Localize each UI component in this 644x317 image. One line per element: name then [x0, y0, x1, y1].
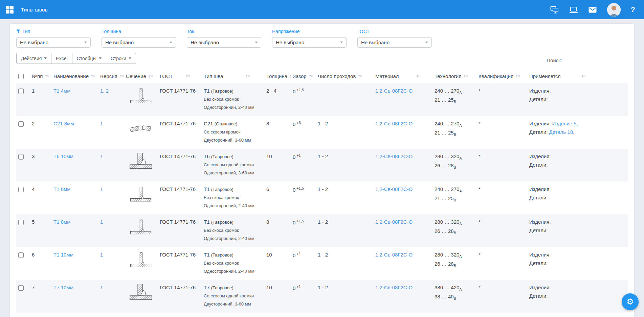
seam-code: Т1: [204, 219, 210, 225]
select-all-checkbox[interactable]: [18, 74, 24, 79]
content-card: Тип Не выбрано Толщина Не выбрано Ток Не…: [10, 24, 634, 317]
row-checkbox[interactable]: [18, 285, 24, 291]
actions-button[interactable]: Действия: [16, 53, 51, 64]
tech-current-unit: А: [459, 91, 462, 95]
sort-icon[interactable]: [185, 74, 190, 79]
gap-value: 0: [293, 187, 295, 193]
columns-button[interactable]: Столбцы: [72, 53, 106, 64]
sort-icon[interactable]: [289, 74, 291, 79]
seam-desc-2: Односторонний, 2-40 мм: [204, 236, 262, 241]
thickness-value: 8: [266, 121, 269, 126]
gap-value: 0: [293, 89, 295, 94]
help-icon[interactable]: ?: [631, 5, 635, 14]
filter-type-select[interactable]: Не выбрано: [16, 37, 91, 48]
search-label: Поиск:: [547, 57, 562, 63]
filter-current-select[interactable]: Не выбрано: [187, 37, 261, 48]
laptop-icon[interactable]: [569, 6, 578, 14]
version-link[interactable]: 1: [100, 121, 103, 126]
excel-button[interactable]: Excel: [51, 53, 72, 64]
settings-fab-button[interactable]: ⚙: [622, 293, 639, 310]
details-label: Детали:: [529, 293, 548, 299]
sort-icon[interactable]: [309, 74, 313, 79]
row-checkbox[interactable]: [18, 187, 24, 192]
tech-current-unit: А: [459, 287, 462, 291]
seam-name-link[interactable]: Т6 10мм: [53, 153, 73, 159]
product-link[interactable]: Изделие 5,: [552, 121, 578, 126]
version-link[interactable]: 1: [100, 285, 103, 290]
row-checkbox[interactable]: [18, 252, 24, 258]
chevron-down-icon: [425, 42, 428, 43]
sort-icon[interactable]: [515, 74, 520, 79]
search-input[interactable]: [565, 56, 628, 63]
screens-icon[interactable]: [550, 6, 559, 14]
version-link[interactable]: 1: [100, 186, 103, 192]
filter-thickness-select[interactable]: Не выбрано: [102, 37, 176, 48]
material-link[interactable]: 1,2-Св-08Г2С-О: [375, 252, 413, 258]
sort-icon[interactable]: [581, 74, 586, 79]
tech-current-unit: А: [459, 222, 462, 226]
material-link[interactable]: 1,2-Св-08Г2С-О: [375, 186, 413, 192]
products-label: Изделия:: [529, 219, 551, 225]
tech-current-unit: А: [459, 254, 462, 259]
weld-section-diagram: [129, 283, 153, 302]
sort-icon[interactable]: [148, 74, 153, 79]
version-link[interactable]: 1: [100, 252, 103, 258]
sort-icon[interactable]: [358, 74, 362, 79]
seam-kind: (Тавровое): [211, 252, 234, 258]
version-link[interactable]: 1: [100, 219, 103, 225]
gap-tolerance: +1,5: [296, 219, 304, 223]
filter-bar: Тип Не выбрано Толщина Не выбрано Ток Не…: [16, 28, 628, 48]
filter-voltage-select[interactable]: Не выбрано: [272, 37, 347, 48]
rows-button[interactable]: Строки: [106, 53, 136, 64]
seam-code: С21: [204, 121, 213, 126]
version-link[interactable]: 1, 2: [100, 88, 109, 94]
sort-icon[interactable]: [245, 74, 250, 79]
tech-current-unit: А: [459, 189, 462, 193]
avatar[interactable]: [607, 3, 621, 17]
seam-name-link[interactable]: Т1 4мм: [53, 88, 71, 94]
table-row: 3 Т6 10мм 1 ГОСТ 14771-76 Т6 (Тавровое) …: [16, 149, 628, 181]
seam-name-link[interactable]: Т1 6мм: [53, 186, 71, 192]
sort-icon[interactable]: [463, 74, 468, 79]
sort-icon[interactable]: [119, 74, 124, 79]
tech-current: 240 … 270: [435, 186, 459, 192]
sort-icon[interactable]: [45, 74, 49, 79]
col-header-section: Сечение: [126, 73, 146, 79]
tech-voltage: 21 … 25: [435, 195, 454, 201]
seams-table: №пп Наименование Версия Сечение ГОСТ Тип…: [16, 69, 628, 313]
apps-grid-icon[interactable]: [6, 6, 14, 14]
tech-current-unit: А: [459, 123, 462, 127]
seam-code: Т1: [204, 252, 210, 258]
detail-link[interactable]: Деталь 18,: [549, 129, 575, 135]
version-link[interactable]: 1: [100, 153, 103, 159]
material-link[interactable]: 1,2-Св-08Г2С-О: [375, 153, 413, 159]
row-checkbox[interactable]: [18, 89, 24, 94]
row-checkbox[interactable]: [18, 121, 24, 127]
gost-value: ГОСТ 14771-76: [160, 186, 196, 192]
passes-value: 1 - 2: [318, 219, 328, 225]
mail-icon[interactable]: [588, 6, 597, 14]
seam-name-link[interactable]: Т1 10мм: [53, 252, 73, 258]
filter-thickness-label: Толщина: [102, 29, 121, 34]
material-link[interactable]: 1,2-Св-08Г2С-О: [375, 219, 413, 225]
qualification-value: *: [479, 153, 481, 159]
seam-code: Т7: [204, 285, 210, 290]
row-checkbox[interactable]: [18, 154, 24, 160]
col-header-version: Версия: [100, 73, 117, 79]
seam-name-link[interactable]: С21 8мм: [53, 121, 74, 126]
seam-name-link[interactable]: Т1 8мм: [53, 219, 71, 225]
col-header-material: Материал: [375, 73, 399, 79]
material-link[interactable]: 1,2-Св-08Г2С-О: [375, 121, 413, 126]
tech-current: 380 … 420: [435, 285, 459, 290]
tech-current-unit: А: [459, 156, 462, 160]
row-number: 5: [32, 219, 35, 225]
material-link[interactable]: 1,2-Св-08Г2С-О: [375, 285, 413, 290]
row-checkbox[interactable]: [18, 220, 24, 225]
sort-icon[interactable]: [416, 74, 421, 79]
material-link[interactable]: 1,2-Св-08Г2С-О: [375, 88, 413, 94]
filter-current-label: Ток: [187, 29, 194, 34]
gap-value: 0: [293, 285, 295, 291]
sort-icon[interactable]: [91, 74, 95, 79]
seam-name-link[interactable]: Т7 10мм: [53, 285, 73, 290]
filter-gost-select[interactable]: Не выбрано: [357, 37, 432, 48]
